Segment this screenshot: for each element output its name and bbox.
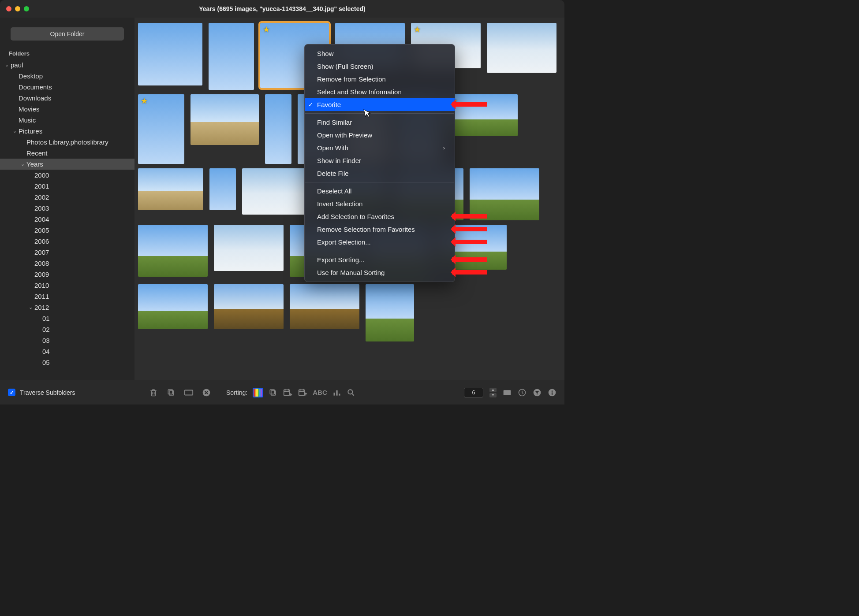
- thumbnail[interactable]: [138, 168, 203, 210]
- favorite-star-icon: ★: [414, 25, 421, 34]
- thumbnail[interactable]: [290, 284, 359, 329]
- rectangle-icon[interactable]: [184, 388, 194, 397]
- tree-item[interactable]: 2008: [0, 258, 134, 269]
- tree-item[interactable]: 01: [0, 313, 134, 324]
- tree-item[interactable]: 2011: [0, 291, 134, 302]
- tree-item[interactable]: Recent: [0, 148, 134, 159]
- tree-item-label: 2001: [34, 182, 49, 190]
- context-menu-item[interactable]: Export Selection...: [305, 236, 455, 249]
- tree-item[interactable]: 02: [0, 324, 134, 335]
- filter-icon[interactable]: [533, 388, 542, 397]
- tree-item[interactable]: 2006: [0, 236, 134, 247]
- thumbnail-image: [190, 94, 259, 145]
- info-icon[interactable]: [548, 388, 556, 397]
- tree-item[interactable]: ⌄paul: [0, 59, 134, 71]
- open-folder-button[interactable]: Open Folder: [11, 27, 124, 41]
- disclosure-icon[interactable]: ⌄: [27, 304, 34, 310]
- svg-rect-12: [504, 390, 511, 395]
- trash-icon[interactable]: [149, 388, 158, 397]
- preview-panel-icon[interactable]: [503, 389, 512, 396]
- tree-item[interactable]: 05: [0, 357, 134, 368]
- tree-item[interactable]: Desktop: [0, 71, 134, 82]
- sort-search-icon[interactable]: [347, 388, 355, 397]
- tree-item[interactable]: ⌄Years: [0, 159, 134, 170]
- thumbnail[interactable]: [209, 168, 236, 210]
- tree-item[interactable]: 2002: [0, 192, 134, 203]
- context-menu-item[interactable]: Find Similar: [305, 116, 455, 129]
- context-menu-item[interactable]: Show: [305, 47, 455, 60]
- tree-item[interactable]: ⌄2012: [0, 302, 134, 313]
- thumbnail[interactable]: [265, 94, 291, 164]
- minimize-button[interactable]: [15, 6, 20, 11]
- sort-date-down-icon[interactable]: [283, 388, 292, 397]
- context-menu-item[interactable]: Show in Finder: [305, 154, 455, 167]
- annotation-arrow: [452, 227, 487, 231]
- context-menu-item[interactable]: Invert Selection: [305, 197, 455, 210]
- context-menu-item[interactable]: Show (Full Screen): [305, 60, 455, 73]
- context-menu-item-label: Use for Manual Sorting: [317, 269, 385, 276]
- tree-item[interactable]: 2000: [0, 170, 134, 181]
- thumbnail[interactable]: [242, 168, 312, 215]
- tree-item[interactable]: 2005: [0, 225, 134, 236]
- context-menu-item[interactable]: Remove Selection from Favorites: [305, 223, 455, 236]
- context-menu-item[interactable]: Select and Show Information: [305, 85, 455, 98]
- sort-name-icon[interactable]: ABC: [313, 389, 327, 396]
- context-menu-item[interactable]: Add Selection to Favorites: [305, 210, 455, 223]
- tree-item[interactable]: 2001: [0, 181, 134, 192]
- thumbnail[interactable]: [138, 225, 208, 277]
- thumbnail[interactable]: [214, 225, 284, 271]
- tree-item[interactable]: 2010: [0, 280, 134, 291]
- thumbnail[interactable]: [366, 284, 414, 341]
- thumbnail[interactable]: [209, 23, 254, 90]
- context-menu-item[interactable]: Delete File: [305, 167, 455, 180]
- thumbnail[interactable]: ★: [138, 94, 184, 164]
- context-menu-item[interactable]: Open with Preview: [305, 129, 455, 141]
- disclosure-icon[interactable]: ⌄: [19, 161, 26, 167]
- favorite-star-icon: ★: [141, 96, 148, 106]
- tree-item[interactable]: ⌄Pictures: [0, 126, 134, 137]
- tree-item[interactable]: 03: [0, 335, 134, 346]
- traverse-subfolders-checkbox[interactable]: ✓: [8, 389, 15, 396]
- columns-count-field[interactable]: 6: [464, 388, 483, 397]
- tree-item-label: 03: [42, 337, 50, 344]
- tree-item[interactable]: 2004: [0, 214, 134, 225]
- sort-copy-icon[interactable]: [269, 388, 277, 397]
- thumbnail[interactable]: [214, 284, 284, 329]
- context-menu-separator: [305, 251, 454, 251]
- thumbnail[interactable]: [138, 23, 202, 85]
- tree-item-label: Movies: [19, 105, 40, 113]
- thumbnail[interactable]: [190, 94, 259, 145]
- tree-item[interactable]: Music: [0, 115, 134, 126]
- thumbnail[interactable]: ★: [448, 94, 518, 136]
- tree-item[interactable]: 2007: [0, 247, 134, 258]
- clear-icon[interactable]: [202, 388, 211, 397]
- context-menu-item[interactable]: Open With›: [305, 141, 455, 154]
- sort-date-up-icon[interactable]: [298, 388, 307, 397]
- thumbnail[interactable]: [487, 23, 556, 73]
- sorting-controls: Sorting: ABC: [226, 388, 355, 397]
- sort-color-icon[interactable]: [253, 388, 263, 397]
- tree-item[interactable]: Photos Library.photoslibrary: [0, 137, 134, 148]
- context-menu-item[interactable]: ✓Favorite: [305, 98, 455, 111]
- close-button[interactable]: [6, 6, 11, 11]
- disclosure-icon[interactable]: ⌄: [4, 62, 10, 68]
- tree-item[interactable]: Documents: [0, 82, 134, 93]
- maximize-button[interactable]: [24, 6, 29, 11]
- stack-icon[interactable]: [166, 388, 176, 397]
- tree-item[interactable]: Movies: [0, 104, 134, 115]
- context-menu-item[interactable]: Use for Manual Sorting: [305, 266, 455, 279]
- thumbnail[interactable]: [138, 284, 208, 329]
- tree-item[interactable]: Downloads: [0, 93, 134, 104]
- thumbnail-image: [487, 23, 556, 73]
- thumbnail[interactable]: [470, 168, 539, 220]
- disclosure-icon[interactable]: ⌄: [11, 128, 18, 134]
- history-icon[interactable]: [518, 388, 527, 397]
- context-menu-item[interactable]: Deselect All: [305, 185, 455, 197]
- tree-item[interactable]: 2009: [0, 269, 134, 280]
- tree-item[interactable]: 04: [0, 346, 134, 357]
- sort-bars-icon[interactable]: [332, 388, 341, 397]
- tree-item[interactable]: 2003: [0, 203, 134, 214]
- context-menu-item[interactable]: Export Sorting...: [305, 253, 455, 266]
- context-menu-item[interactable]: Remove from Selection: [305, 73, 455, 85]
- columns-stepper[interactable]: ▲▼: [489, 388, 497, 397]
